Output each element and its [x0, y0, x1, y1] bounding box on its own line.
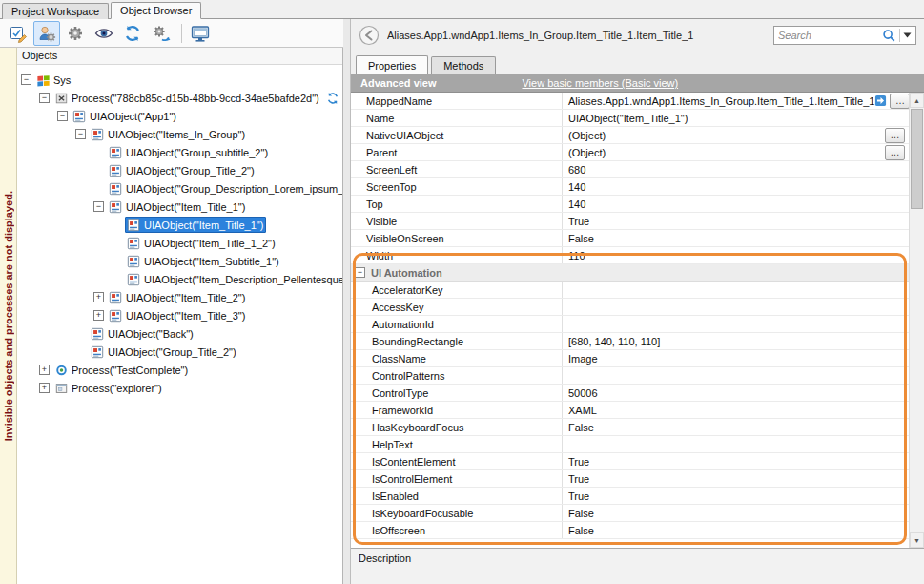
property-row[interactable]: ScreenLeft680	[351, 161, 909, 178]
property-row[interactable]: IsContentElementTrue	[351, 453, 909, 470]
property-row[interactable]: NameUIAObject("Item_Title_1")	[351, 110, 909, 127]
tree-node[interactable]: UIAObject("Group_subtitle_2")	[17, 143, 342, 161]
ellipsis-button[interactable]: …	[885, 145, 905, 160]
property-name: IsKeyboardFocusable	[372, 508, 473, 519]
property-row[interactable]: HasKeyboardFocusFalse	[351, 419, 909, 436]
basic-view-link[interactable]: View basic members (Basic view)	[522, 77, 678, 89]
property-name: AcceleratorKey	[372, 284, 443, 296]
tree-node[interactable]: −Sys	[17, 71, 342, 89]
panel-splitter[interactable]	[343, 19, 351, 584]
property-row[interactable]: IsKeyboardFocusableFalse	[351, 505, 909, 522]
tree-node[interactable]: −Process("788cb85c-d15b-48bb-9ccd-34ae5b…	[17, 89, 342, 107]
expand-icon[interactable]: +	[39, 365, 50, 375]
property-value: False	[568, 233, 594, 244]
property-name: FrameworkId	[372, 405, 433, 416]
ellipsis-button[interactable]: …	[890, 94, 909, 109]
tree-node[interactable]: UIAObject("Group_Title_2")	[17, 161, 342, 179]
scrollbar[interactable]: ▲ ▼	[909, 93, 924, 548]
property-row[interactable]: IsEnabledTrue	[351, 488, 909, 505]
view-eye-icon[interactable]	[91, 21, 117, 46]
search-icon[interactable]	[882, 29, 896, 43]
property-row[interactable]: ClassNameImage	[351, 350, 909, 367]
tree-node[interactable]: UIAObject("Back")	[17, 324, 342, 343]
property-row[interactable]: BoundingRectangle[680, 140, 110, 110]	[351, 333, 909, 350]
tree-node-label: Process("explorer")	[72, 383, 162, 394]
tree-node[interactable]: +UIAObject("Item_Title_2")	[17, 288, 342, 306]
property-row[interactable]: ControlType50006	[351, 385, 909, 402]
collapse-icon[interactable]: −	[93, 201, 104, 212]
scroll-thumb[interactable]	[911, 109, 923, 209]
tab-object-browser[interactable]: Object Browser	[111, 2, 201, 19]
property-value: False	[568, 525, 594, 536]
tree-node[interactable]: UIAObject("Item_Title_1_2")	[17, 234, 342, 252]
property-row[interactable]: AccessKey	[351, 299, 909, 316]
property-row[interactable]: Width110	[351, 247, 909, 264]
name-mapping-icon[interactable]	[874, 94, 887, 107]
tree-node[interactable]: UIAObject("Item_Subtitle_1")	[17, 252, 342, 270]
tree-node[interactable]: −UIAObject("Item_Title_1")	[17, 198, 342, 216]
property-row[interactable]: ScreenTop140	[351, 178, 909, 196]
view-mode-bar: Advanced view View basic members (Basic …	[351, 74, 924, 92]
property-row[interactable]: Top140	[351, 196, 909, 213]
property-name: IsOffscreen	[372, 525, 425, 536]
scroll-down-arrow-icon[interactable]: ▼	[910, 532, 924, 548]
collapse-icon[interactable]: −	[39, 93, 50, 103]
inspector-tabs: PropertiesMethods	[351, 52, 924, 74]
property-row[interactable]: AutomationId	[351, 316, 909, 333]
property-row[interactable]: Parent(Object)…	[351, 144, 909, 161]
tab-project-workspace[interactable]: Project Workspace	[2, 3, 109, 19]
property-row[interactable]: HelpText	[351, 436, 909, 453]
scroll-up-arrow-icon[interactable]: ▲	[910, 93, 924, 108]
section-header-ui-automation[interactable]: −UI Automation	[351, 264, 909, 282]
tree-node[interactable]: +UIAObject("Item_Title_3")	[17, 306, 342, 324]
inspector-panel: Aliases.App1.wndApp1.Items_In_Group.Item…	[351, 19, 924, 584]
expand-icon[interactable]: +	[39, 383, 50, 393]
settings-gear-icon[interactable]	[62, 21, 89, 46]
collapse-icon[interactable]: −	[21, 74, 31, 85]
uia-icon	[90, 344, 105, 359]
tree-node[interactable]: UIAObject("Item_Description_Pellentesque	[17, 270, 342, 288]
property-row[interactable]: NativeUIAObject(Object)…	[351, 127, 909, 144]
object-browser-window: Project WorkspaceObject Browser Invisibl…	[0, 0, 924, 584]
tree-node-label: UIAObject("Group_Title_2")	[108, 346, 236, 358]
expand-icon[interactable]: +	[93, 292, 104, 302]
search-box	[773, 26, 916, 45]
monitor-icon[interactable]	[187, 21, 214, 46]
tree-node[interactable]: +Process("TestComplete")	[17, 361, 342, 379]
tab-methods[interactable]: Methods	[431, 56, 496, 74]
collapse-icon[interactable]: −	[75, 129, 86, 139]
search-dropdown-caret-icon[interactable]	[903, 32, 912, 38]
tree-node[interactable]: −UIAObject("Items_In_Group")	[17, 125, 342, 143]
property-row[interactable]: ControlPatterns	[351, 367, 909, 385]
search-input[interactable]	[778, 30, 879, 41]
tree-node[interactable]: −UIAObject("App1")	[17, 107, 342, 125]
property-row[interactable]: VisibleOnScreenFalse	[351, 230, 909, 247]
collapse-icon[interactable]: −	[355, 267, 365, 278]
tree-node-label: UIAObject("Items_In_Group")	[108, 129, 245, 140]
user-settings-icon[interactable]	[33, 21, 60, 46]
tab-properties[interactable]: Properties	[356, 55, 428, 74]
tree-node[interactable]: UIAObject("Group_Description_Lorem_ipsum…	[17, 179, 342, 198]
tree-node-label: UIAObject("Item_Title_1")	[144, 219, 263, 231]
property-value: 110	[568, 250, 585, 261]
tree-node[interactable]: UIAObject("Item_Title_1")	[17, 216, 342, 234]
property-value: 680	[568, 164, 585, 176]
process-settings-icon[interactable]	[148, 21, 175, 46]
description-label: Description	[359, 553, 411, 564]
property-row[interactable]: IsOffscreenFalse	[351, 522, 909, 539]
tree-node[interactable]: +Process("explorer")	[17, 379, 342, 397]
property-name: IsControlElement	[372, 473, 452, 485]
property-row[interactable]: MappedNameAliases.App1.wndApp1.Items_In_…	[351, 93, 909, 110]
property-row[interactable]: IsControlElementTrue	[351, 470, 909, 488]
tree-node[interactable]: UIAObject("Group_Title_2")	[17, 343, 342, 361]
property-row[interactable]: VisibleTrue	[351, 213, 909, 230]
object-checklist-icon[interactable]	[5, 21, 31, 46]
back-button[interactable]	[359, 25, 380, 46]
ellipsis-button[interactable]: …	[885, 128, 905, 143]
view-mode-title: Advanced view	[360, 77, 436, 89]
collapse-icon[interactable]: −	[57, 111, 68, 121]
refresh-icon[interactable]	[119, 21, 146, 46]
expand-icon[interactable]: +	[93, 310, 104, 321]
property-row[interactable]: AcceleratorKey	[351, 282, 909, 299]
property-row[interactable]: FrameworkIdXAML	[351, 402, 909, 419]
